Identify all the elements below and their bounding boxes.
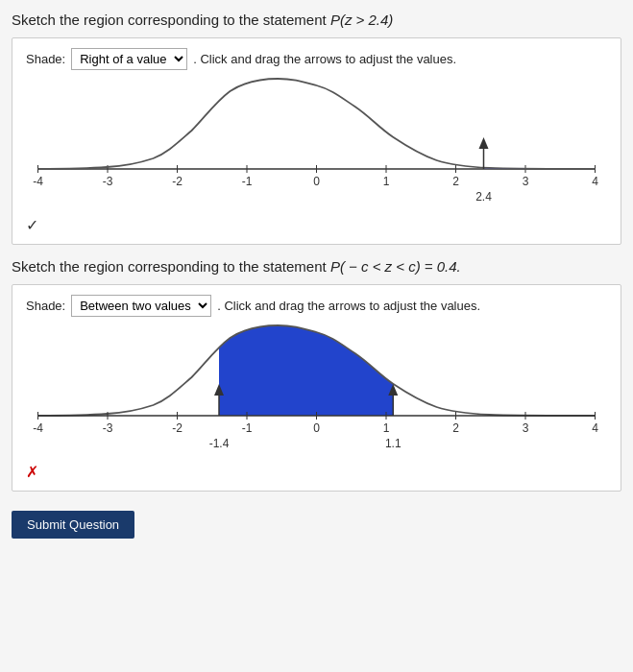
svg-text:-1.4: -1.4 [209,437,230,450]
status-cross-2: ✗ [26,463,607,481]
svg-text:1: 1 [383,175,390,188]
svg-text:2.4: 2.4 [475,190,492,204]
svg-text:4: 4 [592,175,598,188]
svg-text:-2: -2 [172,421,183,435]
svg-text:0: 0 [313,175,320,188]
svg-text:3: 3 [523,421,529,435]
shade-label-1: Shade: [26,52,65,66]
svg-text:1: 1 [383,421,390,435]
svg-text:-2: -2 [172,175,183,188]
problem1-box: Shade: Right of a value . Click and drag… [12,37,621,245]
svg-text:2: 2 [452,421,459,435]
graph-2: -4 -3 -2 -1 0 1 2 3 4 [26,324,607,459]
svg-text:-1: -1 [242,175,253,188]
graph-1: -4 -3 -2 -1 0 1 2 3 4 [26,78,607,212]
shade-instruction-1: . Click and drag the arrows to adjust th… [193,52,456,66]
shade-row-2: Shade: Between two values . Click and dr… [26,295,607,317]
svg-marker-21 [479,137,489,149]
svg-text:0: 0 [313,421,320,435]
svg-text:1.1: 1.1 [385,437,402,450]
status-check-1: ✓ [26,216,607,234]
problem1-title: Sketch the region corresponding to the s… [12,12,621,28]
submit-button[interactable]: Submit Question [12,511,134,539]
svg-text:4: 4 [592,421,598,435]
svg-text:3: 3 [523,175,529,188]
shade-instruction-2: . Click and drag the arrows to adjust th… [217,299,480,313]
svg-text:2: 2 [452,175,459,188]
shade-select-1[interactable]: Right of a value [71,48,187,70]
svg-text:-3: -3 [103,421,113,435]
svg-text:-4: -4 [33,421,43,435]
shade-select-2[interactable]: Between two values [71,295,211,317]
svg-text:-1: -1 [242,421,253,435]
svg-text:-4: -4 [33,175,43,188]
svg-text:-3: -3 [103,175,113,188]
shade-row-1: Shade: Right of a value . Click and drag… [26,48,607,70]
svg-rect-19 [484,78,599,169]
problem2-box: Shade: Between two values . Click and dr… [12,284,621,492]
problem2-title: Sketch the region corresponding to the s… [12,258,621,275]
shade-label-2: Shade: [26,299,65,313]
